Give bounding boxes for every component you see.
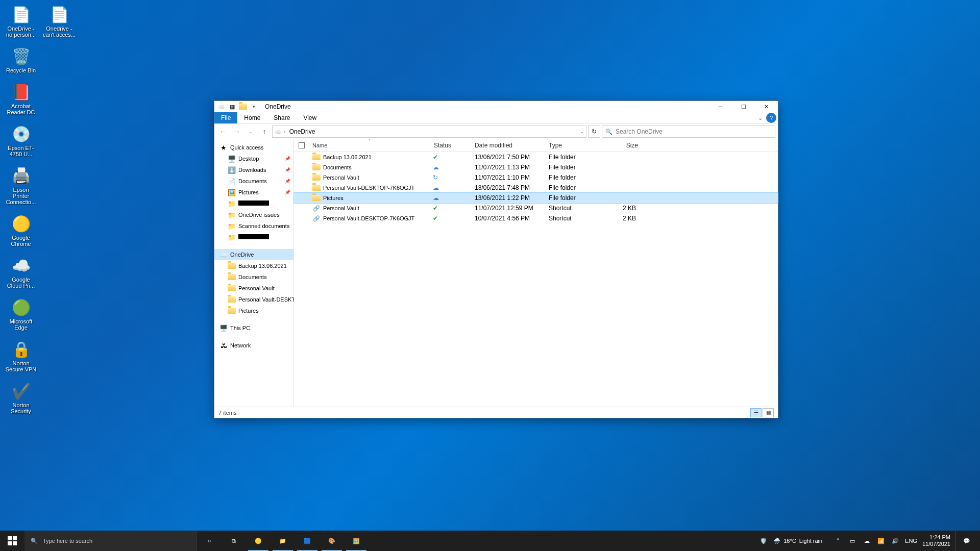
column-checkbox[interactable] <box>294 139 309 152</box>
tray-norton-icon[interactable]: 🛡️ <box>759 538 768 544</box>
tray-meet-now-icon[interactable]: ▭ <box>848 538 857 544</box>
sidebar-item[interactable]: 📁 <box>214 198 293 209</box>
taskbar-clock[interactable]: 1:24 PM 11/07/2021 <box>922 534 950 547</box>
taskbar-app-photos[interactable]: 🖼️ <box>344 531 369 551</box>
ribbon-expand-icon[interactable]: ⌄ <box>755 112 765 123</box>
desktop-icon[interactable]: 📄OneDrive - no person... <box>3 3 39 39</box>
column-size[interactable]: Size <box>606 139 642 152</box>
sidebar-item[interactable]: Documents <box>214 271 293 283</box>
refresh-button[interactable]: ↻ <box>588 126 600 138</box>
help-icon[interactable]: ? <box>766 113 776 123</box>
sidebar-onedrive[interactable]: ☁️OneDrive <box>214 249 293 260</box>
nav-forward-button[interactable]: → <box>231 126 243 138</box>
taskbar-app-chrome[interactable]: 🟡 <box>246 531 271 551</box>
column-name[interactable]: Name˄ <box>309 139 431 152</box>
file-row[interactable]: ☐Pictures☁13/06/2021 1:22 PMFile folder <box>294 193 778 203</box>
row-checkbox[interactable]: ☐ <box>294 152 309 162</box>
desktop-icon-glyph: 🔒 <box>11 339 31 359</box>
row-checkbox[interactable]: ☐ <box>294 172 309 183</box>
desktop-icon[interactable]: 🖨️Epson Printer Connectio... <box>3 164 39 207</box>
column-type[interactable]: Type <box>546 139 606 152</box>
column-date-modified[interactable]: Date modified <box>472 139 546 152</box>
titlebar[interactable]: ☁️ ▦ ▾ OneDrive ─ ☐ ✕ <box>214 101 778 112</box>
taskbar-app-file-explorer[interactable]: 📁 <box>271 531 295 551</box>
view-details-button[interactable]: ☰ <box>750 408 762 417</box>
file-row[interactable]: ☐Backup 13.06.2021✔13/06/2021 7:50 PMFil… <box>294 152 778 162</box>
column-status[interactable]: Status <box>431 139 472 152</box>
desktop-icon[interactable]: 🟡Google Chrome <box>3 212 39 248</box>
taskbar-app-paint[interactable]: 🎨 <box>320 531 344 551</box>
row-checkbox[interactable]: ☐ <box>294 183 309 193</box>
tab-share[interactable]: Share <box>267 112 297 123</box>
address-dropdown-icon[interactable]: ⌄ <box>580 129 584 134</box>
maximize-button[interactable]: ☐ <box>732 101 755 112</box>
desktop-icon[interactable]: 💿Epson ET-4750 U... <box>3 122 39 159</box>
sidebar-item[interactable]: ⬇️Downloads📌 <box>214 164 293 176</box>
nav-recent-dropdown[interactable]: ⌄ <box>244 126 257 138</box>
taskbar: 🔍 Type here to search ○ ⧉ 🟡 📁 🟦 🎨 🖼️ 🛡️ … <box>0 531 980 551</box>
cortana-button[interactable]: ○ <box>197 531 222 551</box>
sidebar-item[interactable]: Personal Vault <box>214 283 293 294</box>
row-name: Documents <box>309 162 431 172</box>
sidebar-item[interactable]: 🖼️Pictures📌 <box>214 187 293 198</box>
action-center-button[interactable]: 💬 <box>955 531 977 551</box>
breadcrumb-current[interactable]: OneDrive <box>288 128 317 135</box>
sidebar-item[interactable]: Pictures <box>214 305 293 316</box>
taskbar-weather[interactable]: 🌧️ 16°C Light rain <box>773 538 822 544</box>
sidebar-item[interactable]: 📁OneDrive issues <box>214 209 293 220</box>
row-checkbox[interactable]: ☐ <box>294 162 309 172</box>
sidebar-item[interactable]: Backup 13.06.2021 <box>214 260 293 271</box>
folder-icon: 📁 <box>228 211 236 219</box>
task-view-button[interactable]: ⧉ <box>222 531 246 551</box>
qat-properties-icon[interactable]: ▦ <box>228 102 237 111</box>
sidebar-item[interactable]: 🖥️Desktop📌 <box>214 153 293 164</box>
address-bar[interactable]: ☁️ › OneDrive ⌄ <box>272 126 586 138</box>
desktop-icon[interactable]: 📄Onedrive - can't acces... <box>41 3 78 39</box>
sidebar-item[interactable]: 📁Scanned documents <box>214 220 293 232</box>
qat-customize-icon[interactable]: ▾ <box>249 102 258 111</box>
sidebar-item[interactable]: Personal Vault-DESKTOP <box>214 294 293 305</box>
file-row[interactable]: ☐🔗Personal Vault✔11/07/2021 12:59 PMShor… <box>294 203 778 213</box>
view-large-icons-button[interactable]: ▦ <box>763 408 774 417</box>
row-checkbox[interactable]: ☐ <box>294 203 309 213</box>
row-size <box>606 152 642 162</box>
nav-back-button[interactable]: ← <box>217 126 229 138</box>
close-button[interactable]: ✕ <box>755 101 778 112</box>
desktop-icon[interactable]: 🔒Norton Secure VPN <box>3 337 39 374</box>
sidebar-item[interactable]: 📁 <box>214 232 293 243</box>
tray-onedrive-icon[interactable]: ☁ <box>862 538 871 544</box>
tab-file[interactable]: File <box>214 112 237 123</box>
tab-view[interactable]: View <box>297 112 323 123</box>
sidebar-this-pc[interactable]: 🖥️This PC <box>214 322 293 334</box>
qat-new-folder-icon[interactable] <box>238 102 248 111</box>
desktop-icon-glyph: 📄 <box>11 4 31 24</box>
file-row[interactable]: ☐🔗Personal Vault-DESKTOP-7K6OGJT✔10/07/2… <box>294 213 778 223</box>
row-checkbox[interactable]: ☐ <box>294 213 309 223</box>
row-checkbox[interactable]: ☐ <box>294 193 309 203</box>
search-input[interactable] <box>616 128 772 135</box>
desktop-icon[interactable]: 📕Acrobat Reader DC <box>3 80 39 117</box>
desktop-icon[interactable]: ✔️Norton Security <box>3 379 39 416</box>
file-row[interactable]: ☐Personal Vault-DESKTOP-7K6OGJT☁13/06/20… <box>294 183 778 193</box>
nav-up-button[interactable]: ↑ <box>258 126 271 138</box>
taskbar-search[interactable]: 🔍 Type here to search <box>24 531 197 551</box>
tab-home[interactable]: Home <box>237 112 267 123</box>
tray-wifi-icon[interactable]: 📶 <box>876 538 886 544</box>
sidebar-item[interactable]: 📄Documents📌 <box>214 176 293 187</box>
minimize-button[interactable]: ─ <box>709 101 732 112</box>
desktop-icon[interactable]: 🗑️Recycle Bin <box>3 44 39 75</box>
tray-overflow-icon[interactable]: ˄ <box>834 538 843 544</box>
sidebar-network[interactable]: 🖧Network <box>214 340 293 351</box>
search-box[interactable]: 🔍 <box>602 126 775 138</box>
tray-language[interactable]: ENG <box>905 538 917 544</box>
file-row[interactable]: ☐Documents☁11/07/2021 1:13 PMFile folder <box>294 162 778 172</box>
start-button[interactable] <box>0 531 24 551</box>
file-row[interactable]: ☐Personal Vault↻11/07/2021 1:10 PMFile f… <box>294 172 778 183</box>
desktop-icon[interactable]: ☁️Google Cloud Pri... <box>3 254 39 290</box>
taskbar-app-word[interactable]: 🟦 <box>295 531 320 551</box>
desktop-icons-column-2: 📄Onedrive - can't acces... <box>41 3 78 39</box>
desktop-icon[interactable]: 🟢Microsoft Edge <box>3 295 39 332</box>
tray-volume-icon[interactable]: 🔊 <box>891 538 900 544</box>
row-status: ☁ <box>431 162 472 172</box>
sidebar-quick-access[interactable]: ★Quick access <box>214 142 293 153</box>
